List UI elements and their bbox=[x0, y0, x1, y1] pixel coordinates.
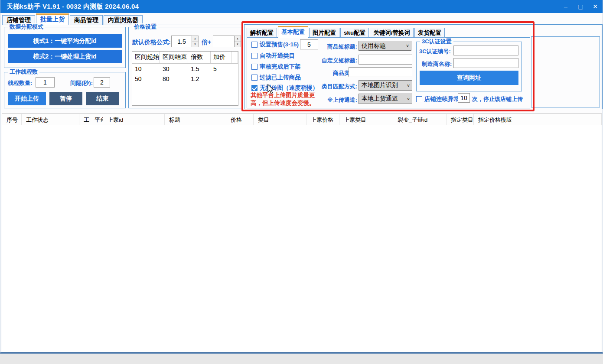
upload-channel-label: ※上传通道: bbox=[310, 96, 357, 104]
spinner-up-icon[interactable]: ▲ bbox=[192, 36, 198, 42]
stop-button[interactable]: 结束 bbox=[86, 92, 119, 105]
col-price[interactable]: 价格 bbox=[226, 114, 254, 125]
col-range-start: 区间起始 bbox=[132, 52, 160, 63]
tab-image-config[interactable]: 图片配置 bbox=[309, 28, 339, 38]
tab-sku-config[interactable]: sku配置 bbox=[340, 28, 369, 38]
delist-after-review-checkbox[interactable] bbox=[251, 64, 257, 70]
price-rule-row[interactable]: 10 30 1.5 5 bbox=[132, 64, 238, 74]
app-window: 天梯ks助手 V1.91 - 0032 内测版 2024.06.04 – ▢ ✕… bbox=[0, 0, 603, 354]
cert-3c-group: 3C认证设置 3C认证编号: 制造商名称: 查询网址 bbox=[416, 42, 522, 91]
col-multiplier: 倍数 bbox=[188, 52, 211, 63]
spinner-down-icon[interactable]: ▼ bbox=[235, 42, 241, 47]
tab-shipping-config[interactable]: 发货配置 bbox=[414, 28, 445, 38]
maximize-button[interactable]: ▢ bbox=[573, 0, 588, 13]
interval-label: 间隔(秒): bbox=[70, 79, 93, 87]
thread-count-input[interactable] bbox=[36, 77, 55, 88]
interval-input[interactable] bbox=[94, 77, 110, 88]
shop-abnormal-suffix: 次，停止该店铺上传 bbox=[472, 95, 523, 103]
price-plus-input[interactable] bbox=[213, 36, 235, 47]
times-plus-label: 倍+ bbox=[202, 39, 211, 46]
presale-checkbox-row[interactable]: 设置预售(3-15) bbox=[251, 41, 299, 49]
price-formula-input[interactable] bbox=[171, 36, 192, 47]
presale-label: 设置预售(3-15) bbox=[260, 41, 299, 49]
price-rules-table[interactable]: 区间起始 区间结束 倍数 加价 10 30 1.5 5 50 80 1.2 bbox=[132, 51, 238, 106]
desktop-background-strip bbox=[0, 354, 603, 364]
default-price-formula-label: 默认价格公式: bbox=[132, 39, 171, 46]
lossless-image-row[interactable]: 无损传图（速度稍慢） bbox=[251, 84, 318, 92]
col-work-status[interactable]: 工作状态 bbox=[22, 114, 79, 125]
col-category[interactable]: 类目 bbox=[254, 114, 306, 125]
col-supplier-price[interactable]: 上家价格 bbox=[306, 114, 339, 125]
cert-3c-group-title: 3C认证设置 bbox=[420, 38, 453, 45]
filter-uploaded-checkbox[interactable] bbox=[251, 75, 257, 81]
upload-channel-combo[interactable]: 本地上货通道 ∨ bbox=[359, 94, 412, 104]
col-supplier-category[interactable]: 上家类目 bbox=[339, 114, 393, 125]
col-assigned-price-template[interactable]: 指定价格模版 bbox=[474, 114, 602, 125]
cert-no-label: 3C认证编号: bbox=[419, 48, 451, 55]
auto-open-category-row[interactable]: 自动开通类目 bbox=[251, 52, 295, 60]
spinner-up-icon[interactable]: ▲ bbox=[235, 36, 241, 42]
price-plus-spinner[interactable]: ▲▼ bbox=[235, 36, 241, 47]
title-bar: 天梯ks助手 V1.91 - 0032 内测版 2024.06.04 – ▢ ✕ bbox=[0, 0, 603, 13]
cert-no-input[interactable] bbox=[453, 46, 518, 55]
tab-basic-config[interactable]: 基本配置 bbox=[278, 26, 308, 38]
minimize-button[interactable]: – bbox=[558, 0, 573, 13]
col-platform[interactable]: 平台 bbox=[90, 114, 103, 125]
custom-short-title-label: 自定义短标题: bbox=[310, 57, 357, 65]
category-match-combo[interactable]: 本地图片识别 ∨ bbox=[359, 80, 412, 91]
price-formula-spinner[interactable]: ▲▼ bbox=[192, 36, 199, 47]
mode2-button[interactable]: 模式2：一键处理上货id bbox=[8, 50, 122, 63]
shop-abnormal-prefix: 店铺连续异常 bbox=[424, 95, 460, 103]
thread-count-label: 线程数量: bbox=[8, 79, 32, 87]
worker-thread-group: 工作线程数 线程数量: 间隔(秒): 开始上传 暂停 结束 bbox=[4, 72, 126, 108]
custom-short-title-input[interactable] bbox=[359, 55, 412, 65]
query-url-button[interactable]: 查询网址 bbox=[420, 71, 518, 85]
spinner-down-icon[interactable]: ▼ bbox=[192, 42, 198, 47]
col-title[interactable]: 标题 bbox=[165, 114, 226, 125]
data-allocation-group-title: 数据分配模式 bbox=[8, 23, 45, 30]
selling-point-input[interactable] bbox=[349, 67, 412, 77]
mode1-button[interactable]: 模式1：一键平均分配id bbox=[8, 34, 122, 48]
col-range-end: 区间结束 bbox=[160, 52, 188, 63]
table-header-row: 序号 工作状态 工 平台 上家id 标题 价格 类目 上家价格 上家类目 裂变_… bbox=[2, 114, 602, 125]
basic-config-panel: 设置预售(3-15) 自动开通类目 审核完成后下架 过滤已上传商品 无损传图（速… bbox=[247, 37, 530, 108]
worker-thread-group-title: 工作线程数 bbox=[8, 68, 39, 75]
auto-open-category-checkbox[interactable] bbox=[251, 53, 257, 59]
delist-after-review-row[interactable]: 审核完成后下架 bbox=[251, 63, 301, 71]
maker-name-input[interactable] bbox=[453, 58, 518, 68]
right-empty-panel bbox=[531, 36, 600, 107]
short-title-label: 商品短标题: bbox=[310, 43, 357, 51]
price-settings-group-title: 价格设置 bbox=[132, 23, 158, 30]
category-match-label: 类目匹配方式: bbox=[310, 83, 357, 91]
lossless-warning-line1: 其他平台上传图片质量更 bbox=[251, 91, 315, 99]
window-title: 天梯ks助手 V1.91 - 0032 内测版 2024.06.04 bbox=[0, 3, 139, 11]
shop-abnormal-checkbox[interactable] bbox=[416, 96, 422, 102]
col-index[interactable]: 序号 bbox=[2, 114, 22, 125]
pause-button[interactable]: 暂停 bbox=[49, 92, 82, 105]
col-supplier-id[interactable]: 上家id bbox=[103, 114, 165, 125]
tab-parse-config[interactable]: 解析配置 bbox=[247, 28, 277, 38]
col-assigned-category[interactable]: 指定类目 bbox=[447, 114, 474, 125]
price-rule-row[interactable]: 50 80 1.2 bbox=[132, 74, 238, 84]
chevron-down-icon: ∨ bbox=[406, 43, 409, 48]
chevron-down-icon: ∨ bbox=[407, 97, 410, 101]
shop-abnormal-row[interactable]: 店铺连续异常 bbox=[416, 95, 460, 103]
col-fission-sublink-id[interactable]: 裂变_子链id bbox=[393, 114, 447, 125]
short-title-combo[interactable]: 使用标题 ∨ bbox=[359, 41, 411, 51]
config-tab-strip: 解析配置 基本配置 图片配置 sku配置 关键词/替换词 发货配置 bbox=[247, 26, 446, 38]
upload-items-table[interactable]: 序号 工作状态 工 平台 上家id 标题 价格 类目 上家价格 上家类目 裂变_… bbox=[2, 114, 602, 352]
col-truncated[interactable]: 工 bbox=[79, 114, 90, 125]
maker-name-label: 制造商名称: bbox=[422, 60, 452, 68]
presale-checkbox[interactable] bbox=[251, 42, 257, 48]
close-button[interactable]: ✕ bbox=[588, 0, 603, 13]
lossless-image-checkbox[interactable] bbox=[251, 85, 257, 91]
tab-product-management[interactable]: 商品管理 bbox=[70, 15, 103, 25]
filter-uploaded-row[interactable]: 过滤已上传商品 bbox=[251, 74, 301, 81]
lossless-warning-line2: 高，但上传速度会变慢。 bbox=[251, 99, 315, 107]
data-allocation-group: 数据分配模式 模式1：一键平均分配id 模式2：一键处理上货id bbox=[4, 27, 126, 68]
window-controls: – ▢ ✕ bbox=[558, 0, 603, 13]
start-upload-button[interactable]: 开始上传 bbox=[8, 92, 46, 105]
shop-abnormal-count-input[interactable] bbox=[458, 93, 470, 103]
chevron-down-icon: ∨ bbox=[407, 83, 410, 88]
tab-keyword-replace[interactable]: 关键词/替换词 bbox=[370, 28, 414, 38]
